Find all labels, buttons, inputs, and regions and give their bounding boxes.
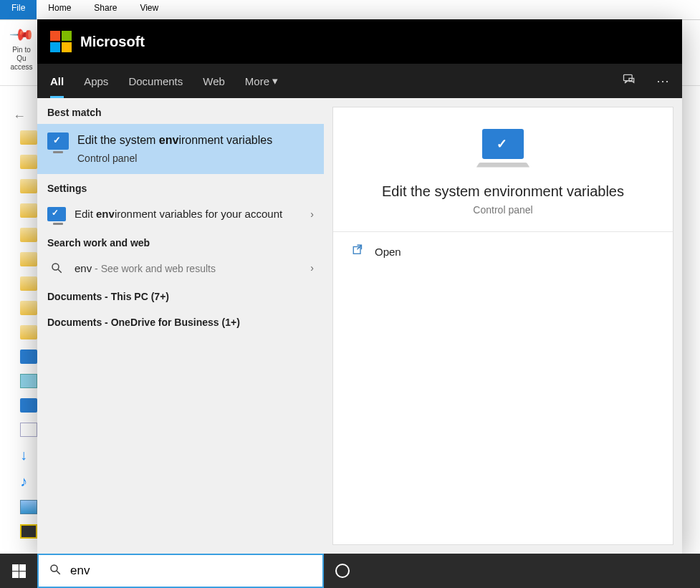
section-documents-onedrive[interactable]: Documents - OneDrive for Business (1+) [37,308,324,334]
folder-icon[interactable] [20,179,37,193]
tab-web[interactable]: Web [203,64,225,98]
control-panel-icon: ✓ [47,132,69,150]
nav-back-arrow[interactable]: ← [13,109,26,124]
folder-icon[interactable] [20,276,37,291]
section-settings: Settings [37,174,324,200]
tab-apps[interactable]: Apps [84,64,108,98]
preview-title: Edit the system environment variables [382,183,624,200]
pin-to-quick-access[interactable]: 📌 Pin to Quaccess [0,20,43,77]
section-documents-pc[interactable]: Documents - This PC (7+) [37,282,324,308]
downloads-icon[interactable]: ↓ [20,447,37,463]
result-edit-system-env-vars[interactable]: ✓ Edit the system environment variables … [37,124,324,174]
open-label: Open [375,246,401,258]
folder-icon[interactable] [20,252,37,266]
explorer-nav-icons: ↓ ♪ [20,130,37,539]
music-icon[interactable]: ♪ [20,473,37,490]
microsoft-brand-text: Microsoft [80,34,145,50]
chevron-right-icon: › [310,262,314,274]
desktop-icon[interactable] [20,398,37,413]
preview-subtitle: Control panel [473,204,532,216]
svg-line-5 [57,571,60,574]
windows-search-panel: Microsoft All Apps Documents Web More ▾ … [37,19,682,554]
result-edit-user-env-vars[interactable]: ✓ Edit environment variables for your ac… [37,200,324,228]
windows-logo-icon [12,564,26,578]
control-panel-icon: ✓ [47,207,66,221]
open-icon [352,244,365,259]
ribbon-tab-share[interactable]: Share [82,0,128,19]
cortana-button[interactable] [324,554,361,588]
folder-icon[interactable] [20,130,37,145]
svg-line-2 [58,270,62,274]
search-icon [47,261,66,274]
folder-icon[interactable] [20,228,37,242]
tab-documents[interactable]: Documents [128,64,183,98]
open-action[interactable]: Open [333,232,673,271]
ribbon-tab-home[interactable]: Home [37,0,82,19]
search-input[interactable] [70,564,312,578]
this-pc-icon[interactable] [20,350,37,364]
folder-icon[interactable] [20,301,37,315]
section-search-work-web: Search work and web [37,228,324,254]
folder-icon[interactable] [20,325,37,339]
search-scope-tabs: All Apps Documents Web More ▾ ⋯ [37,64,682,98]
search-preview-pane: ✓ Edit the system environment variables … [332,107,673,545]
documents-icon[interactable] [20,423,37,437]
svg-point-4 [51,565,57,572]
cortana-icon [335,564,350,578]
tab-all[interactable]: All [50,64,64,98]
search-icon [49,563,62,579]
pictures-icon[interactable] [20,500,37,514]
ribbon-tab-view[interactable]: View [128,0,170,19]
svg-rect-0 [624,74,633,80]
control-panel-large-icon: ✓ [482,129,524,159]
folder-icon[interactable] [20,203,37,218]
folder-icon[interactable] [20,155,37,169]
videos-icon[interactable] [20,524,37,539]
taskbar [0,554,700,588]
tab-more[interactable]: More ▾ [245,64,278,98]
chevron-right-icon: › [310,208,314,220]
result-subtitle: Control panel [77,153,272,164]
3d-objects-icon[interactable] [20,374,37,388]
start-button[interactable] [0,554,37,588]
section-best-match: Best match [37,98,324,124]
microsoft-logo-icon [50,31,72,52]
feedback-icon[interactable] [622,72,636,90]
pin-icon: 📌 [8,21,34,48]
svg-point-1 [52,264,59,270]
ribbon-tab-file[interactable]: File [0,0,37,19]
more-options-icon[interactable]: ⋯ [656,73,669,89]
search-results-list: Best match ✓ Edit the system environment… [37,98,324,554]
taskbar-search-box[interactable] [37,554,324,588]
search-header: Microsoft [37,19,682,64]
result-web-search-env[interactable]: env - See work and web results › [37,254,324,283]
result-title: Edit the system environment variables [77,132,272,148]
